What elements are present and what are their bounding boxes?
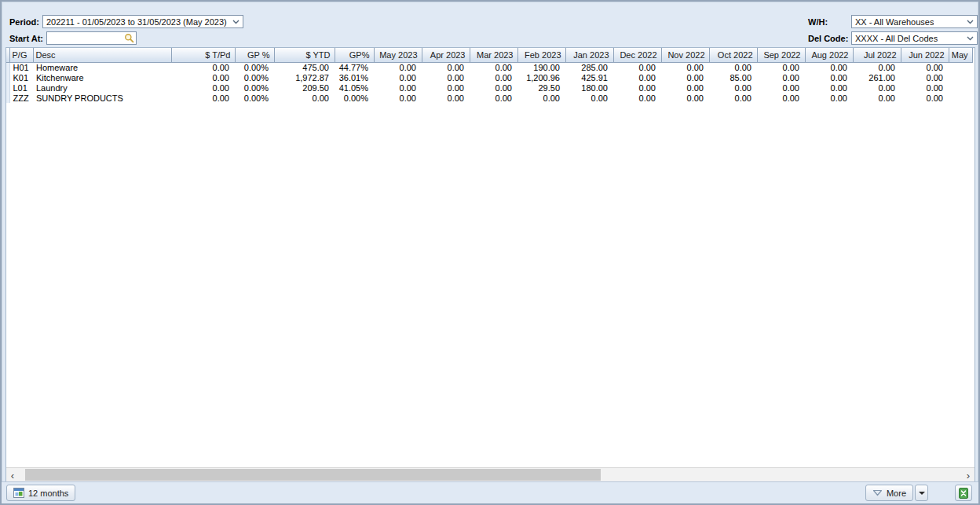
cell-description: Laundry: [33, 82, 171, 93]
column-header[interactable]: May 2023: [374, 48, 422, 62]
twelve-months-button[interactable]: 12 months: [6, 485, 75, 501]
column-header[interactable]: Feb 2023: [517, 48, 565, 62]
cell-value: 0.00: [901, 93, 949, 103]
cell-value: 190.00: [517, 62, 565, 72]
cell-value: 0.00: [565, 93, 613, 103]
cell-value: 1,200.96: [517, 72, 565, 82]
cell-value: 0.00%: [235, 62, 274, 72]
del-code-value: XXXX - All Del Codes: [855, 34, 938, 43]
column-header[interactable]: Oct 2022: [709, 48, 757, 62]
cell-value: 0.00: [171, 72, 235, 82]
column-header[interactable]: GP %: [235, 48, 274, 62]
more-button[interactable]: More: [865, 485, 913, 501]
cell-value: 0.00: [757, 62, 805, 72]
column-header[interactable]: Jun 2022: [901, 48, 949, 62]
cell-value: 0.00%: [235, 82, 274, 93]
cell-value: [949, 72, 972, 82]
cell-value: 0.00: [805, 62, 853, 72]
column-header[interactable]: May: [949, 48, 972, 62]
cell-value: 0.00: [901, 82, 949, 93]
search-icon[interactable]: [124, 33, 134, 43]
cell-value: 0.00: [517, 93, 565, 103]
twelve-months-label: 12 months: [28, 489, 68, 498]
column-header[interactable]: Apr 2023: [422, 48, 470, 62]
warehouse-value: XX - All Warehouses: [855, 17, 934, 27]
cell-value: 475.00: [274, 62, 335, 72]
cell-value: 0.00: [709, 82, 757, 93]
cell-product-group: L01: [9, 82, 33, 93]
cell-value: 0.00: [274, 93, 335, 103]
cell-value: 0.00%: [235, 93, 274, 103]
table-row[interactable]: ZZZSUNDRY PRODUCTS0.000.00%0.000.00%0.00…: [6, 93, 972, 103]
period-select[interactable]: 202211 - 01/05/2023 to 31/05/2023 (May 2…: [42, 15, 243, 28]
period-label: Period:: [9, 17, 39, 27]
cell-description: SUNDRY PRODUCTS: [33, 93, 171, 103]
cell-product-group: H01: [9, 62, 33, 72]
column-header[interactable]: Jan 2023: [565, 48, 613, 62]
column-header[interactable]: $ YTD: [274, 48, 335, 62]
cell-value: 0.00: [661, 62, 709, 72]
cell-value: 0.00%: [235, 72, 274, 82]
table-row[interactable]: L01Laundry0.000.00%209.5041.05%0.000.000…: [6, 82, 972, 93]
column-header[interactable]: Sep 2022: [757, 48, 805, 62]
column-header[interactable]: Nov 2022: [661, 48, 709, 62]
cell-value: 261.00: [853, 72, 901, 82]
cell-value: 0.00: [374, 62, 422, 72]
horizontal-scrollbar[interactable]: ‹ ›: [6, 467, 975, 482]
table-row[interactable]: K01Kitchenware0.000.00%1,972.8736.01%0.0…: [6, 72, 972, 82]
cell-product-group: K01: [9, 72, 33, 82]
cell-value: 0.00: [661, 72, 709, 82]
cell-value: 0.00: [422, 72, 470, 82]
column-header[interactable]: Jul 2022: [853, 48, 901, 62]
column-header[interactable]: Mar 2023: [470, 48, 517, 62]
start-at-field: [46, 31, 137, 45]
cell-value: [949, 62, 972, 72]
app-window: Period: 202211 - 01/05/2023 to 31/05/202…: [0, 0, 980, 505]
scrollbar-track[interactable]: [19, 468, 962, 482]
cell-value: 0.00: [422, 62, 470, 72]
scroll-right-arrow[interactable]: ›: [962, 468, 975, 482]
cell-value: 0.00: [757, 72, 805, 82]
cell-value: 1,972.87: [274, 72, 335, 82]
column-header[interactable]: GP%: [335, 48, 374, 62]
cell-value: 0.00: [805, 93, 853, 103]
scrollbar-thumb[interactable]: [25, 469, 601, 481]
cell-value: 0.00: [709, 93, 757, 103]
cell-value: 0.00: [853, 62, 901, 72]
cell-value: 0.00: [422, 93, 470, 103]
column-header[interactable]: P/G: [9, 48, 33, 62]
cell-value: 0.00: [901, 62, 949, 72]
warehouse-label: W/H:: [808, 17, 828, 27]
cell-value: 0.00: [613, 72, 661, 82]
cell-value: 0.00: [853, 82, 901, 93]
warehouse-select[interactable]: XX - All Warehouses: [851, 15, 978, 28]
cell-value: 0.00: [757, 93, 805, 103]
cell-value: 0.00: [805, 82, 853, 93]
header-row: P/GDesc$ T/PdGP %$ YTDGP%May 2023Apr 202…: [6, 48, 972, 62]
column-header[interactable]: Dec 2022: [613, 48, 661, 62]
column-header[interactable]: $ T/Pd: [171, 48, 235, 62]
cell-value: 0.00: [171, 93, 235, 103]
start-at-input[interactable]: [47, 33, 124, 43]
cell-value: 0.00: [374, 82, 422, 93]
scroll-left-arrow[interactable]: ‹: [6, 468, 19, 482]
cell-value: 0.00: [661, 82, 709, 93]
cell-value: 0.00: [853, 93, 901, 103]
cell-value: 0.00: [709, 62, 757, 72]
cell-value: 0.00: [613, 82, 661, 93]
cell-value: 36.01%: [335, 72, 374, 82]
column-header[interactable]: Aug 2022: [805, 48, 853, 62]
excel-icon: [958, 488, 969, 499]
cell-value: 425.91: [565, 72, 613, 82]
cell-value: 0.00: [470, 82, 517, 93]
cell-value: [949, 82, 972, 93]
column-header[interactable]: Desc: [33, 48, 171, 62]
cell-description: Kitchenware: [33, 72, 171, 82]
del-code-select[interactable]: XXXX - All Del Codes: [851, 31, 978, 45]
caret-down-icon: [919, 492, 925, 495]
cell-value: 44.77%: [335, 62, 374, 72]
table-row[interactable]: H01Homeware0.000.00%475.0044.77%0.000.00…: [6, 62, 972, 72]
excel-export-button[interactable]: [955, 485, 972, 501]
more-dropdown-button[interactable]: [915, 485, 928, 501]
chevron-down-icon: [967, 20, 974, 24]
